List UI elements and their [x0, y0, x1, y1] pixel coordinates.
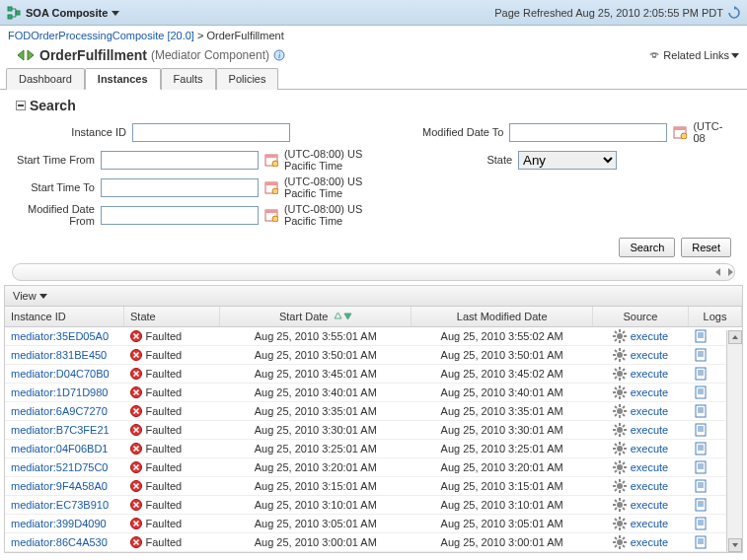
source-link[interactable]: execute [598, 404, 682, 418]
tz-start-from: (UTC-08:00) US Pacific Time [284, 148, 384, 172]
instance-id-input[interactable] [132, 123, 290, 142]
source-link[interactable]: execute [598, 329, 682, 343]
label-instance-id: Instance ID [16, 126, 126, 138]
modified-date-cell: Aug 25, 2010 3:20:01 AM [411, 458, 592, 477]
modified-from-input[interactable] [101, 206, 259, 225]
breadcrumb-parent[interactable]: FODOrderProcessingComposite [20.0] [8, 30, 194, 41]
source-link[interactable]: execute [598, 498, 682, 512]
error-icon [130, 368, 142, 380]
th-start-date[interactable]: Start Date [220, 307, 411, 327]
svg-rect-11 [265, 182, 277, 185]
collapse-icon[interactable] [16, 101, 26, 110]
start-date-cell: Aug 25, 2010 3:20:01 AM [220, 458, 411, 477]
tab-instances[interactable]: Instances [85, 68, 161, 90]
svg-line-153 [623, 500, 625, 502]
source-link[interactable]: execute [598, 423, 682, 437]
topbar-left: SOA Composite [6, 5, 119, 21]
svg-line-137 [615, 481, 617, 483]
instance-link[interactable]: mediator:04F06BD1 [11, 443, 108, 455]
svg-line-69 [623, 387, 625, 389]
component-header: OrderFulfillment (Mediator Component) i … [0, 45, 747, 67]
scroll-up-icon[interactable] [728, 330, 742, 344]
tab-policies[interactable]: Policies [216, 68, 279, 90]
topbar-title[interactable]: SOA Composite [26, 7, 108, 19]
state-text: Faulted [146, 461, 183, 473]
instance-link[interactable]: mediator:D04C70B0 [11, 368, 110, 380]
error-icon [130, 518, 142, 529]
scroll-right-icon[interactable] [724, 266, 736, 278]
th-last-modified[interactable]: Last Modified Date [411, 307, 592, 327]
source-link[interactable]: execute [598, 479, 682, 493]
calendar-icon[interactable] [264, 180, 278, 194]
source-link[interactable]: execute [598, 460, 682, 474]
source-link[interactable]: execute [598, 348, 682, 362]
svg-line-152 [623, 508, 625, 510]
buttons-row: Search Reset [0, 234, 747, 263]
instance-link[interactable]: mediator:9F4A58A0 [11, 480, 108, 492]
info-icon[interactable]: i [273, 49, 285, 61]
start-date-cell: Aug 25, 2010 3:35:01 AM [220, 402, 411, 421]
instance-link[interactable]: mediator:B7C3FE21 [11, 424, 110, 436]
svg-line-42 [615, 358, 617, 360]
th-source[interactable]: Source [592, 307, 688, 327]
modified-to-input[interactable] [509, 123, 667, 142]
vscroll[interactable] [726, 330, 742, 552]
refresh-icon[interactable] [727, 6, 741, 20]
svg-rect-17 [674, 127, 686, 130]
search-button[interactable]: Search [619, 238, 675, 257]
calendar-icon[interactable] [264, 153, 278, 167]
th-state[interactable]: State [124, 307, 220, 327]
start-date-cell: Aug 25, 2010 3:15:01 AM [220, 477, 411, 496]
svg-rect-43 [696, 349, 706, 361]
start-to-input[interactable] [101, 178, 259, 197]
source-link[interactable]: execute [598, 442, 682, 455]
calendar-icon[interactable] [264, 208, 278, 222]
state-text: Faulted [146, 368, 183, 380]
modified-date-cell: Aug 25, 2010 3:55:02 AM [411, 327, 592, 346]
source-link[interactable]: execute [598, 535, 682, 549]
source-link[interactable]: execute [598, 367, 682, 381]
svg-line-84 [615, 414, 617, 416]
error-icon [130, 330, 142, 342]
instance-link[interactable]: mediator:831BE450 [11, 349, 107, 361]
tab-faults[interactable]: Faults [161, 68, 216, 90]
start-date-cell: Aug 25, 2010 3:40:01 AM [220, 384, 411, 402]
instance-link[interactable]: mediator:1D71D980 [11, 386, 108, 398]
scroll-down-icon[interactable] [728, 538, 742, 552]
hscroll-strip[interactable] [12, 263, 735, 281]
scroll-left-icon[interactable] [712, 266, 724, 278]
svg-point-160 [617, 521, 623, 526]
instance-link[interactable]: mediator:35ED05A0 [11, 330, 109, 342]
svg-line-53 [615, 369, 617, 371]
svg-line-27 [623, 331, 625, 333]
instance-link[interactable]: mediator:6A9C7270 [11, 405, 108, 417]
table-row: mediator:B7C3FE21FaultedAug 25, 2010 3:3… [5, 421, 742, 440]
source-link[interactable]: execute [598, 517, 682, 530]
svg-point-104 [617, 446, 623, 452]
link-icon [647, 49, 661, 61]
modified-date-cell: Aug 25, 2010 3:45:02 AM [411, 365, 592, 384]
table-row: mediator:1D71D980FaultedAug 25, 2010 3:4… [5, 384, 742, 402]
reset-button[interactable]: Reset [681, 238, 731, 257]
view-menu[interactable]: View [13, 290, 47, 302]
source-link[interactable]: execute [598, 385, 682, 399]
th-logs[interactable]: Logs [689, 307, 742, 327]
table-row: mediator:D04C70B0FaultedAug 25, 2010 3:4… [5, 365, 742, 384]
modified-date-cell: Aug 25, 2010 3:35:01 AM [411, 402, 592, 421]
instance-link[interactable]: mediator:EC73B910 [11, 499, 109, 511]
instance-link[interactable]: mediator:86C4A530 [11, 536, 108, 548]
th-instance-id[interactable]: Instance ID [5, 307, 124, 327]
svg-line-95 [615, 425, 617, 427]
instance-link[interactable]: mediator:399D4090 [11, 518, 107, 529]
svg-line-165 [615, 519, 617, 521]
calendar-icon[interactable] [673, 125, 687, 139]
state-select[interactable]: Any [518, 151, 617, 170]
start-from-input[interactable] [101, 151, 259, 170]
dropdown-caret-icon[interactable] [112, 9, 119, 17]
related-links[interactable]: Related Links [647, 49, 739, 61]
tab-dashboard[interactable]: Dashboard [6, 68, 85, 90]
svg-point-146 [617, 502, 623, 508]
instance-link[interactable]: mediator:521D75C0 [11, 461, 108, 473]
svg-line-96 [623, 433, 625, 435]
svg-line-111 [623, 444, 625, 446]
